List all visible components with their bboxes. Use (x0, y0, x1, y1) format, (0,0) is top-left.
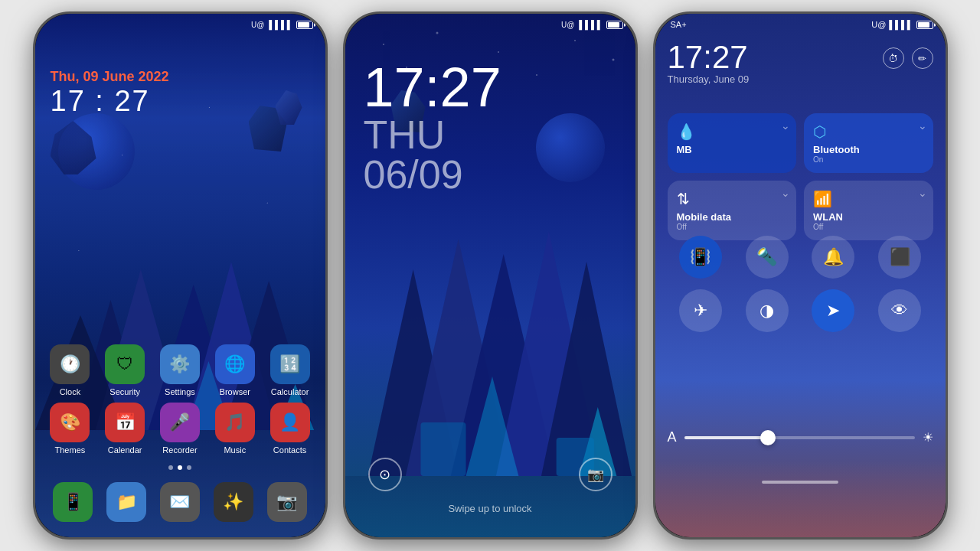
cc-time-block: 17:27 Thursday, June 09 (668, 41, 883, 85)
data-expand-icon: ⌄ (781, 119, 790, 132)
toggle-bluetooth[interactable]: ⬡ Bluetooth On ⌄ (804, 113, 933, 173)
cc-date: Thursday, June 09 (668, 73, 883, 85)
brightness-fill (684, 436, 765, 439)
toggle-row-1: 💧 MB ⌄ ⬡ Bluetooth On ⌄ (668, 113, 933, 173)
swipe-to-unlock[interactable]: Swipe up to unlock (345, 503, 635, 514)
btn-screen-record[interactable]: ⬛ (878, 236, 921, 279)
carrier-label: U@ (251, 21, 264, 29)
cc-clock-icon[interactable]: ⏱ (883, 47, 904, 69)
cc-status-bar: SA+ U@ ▌▌▌▌ (655, 14, 946, 29)
app-dock: 📱 📁 ✉️ ✨ 📷 (35, 482, 325, 522)
app-recorder[interactable]: 🎤 Recorder (155, 403, 204, 455)
swipe-hint-text: Swipe up to unlock (448, 503, 531, 514)
brightness-thumb (760, 430, 776, 445)
toggle-wlan[interactable]: 📶 WLAN Off ⌄ (804, 181, 933, 240)
clock-icon: 🕐 (50, 344, 90, 384)
lock-battery-fill (608, 22, 619, 28)
lock-time-block: 17:27 THU 06/09 (364, 60, 501, 194)
themes-icon: 🎨 (50, 403, 90, 442)
home-date: Thu, 09 June 2022 (51, 69, 169, 85)
cc-sa-label: SA+ (671, 20, 687, 29)
btn-vibrate[interactable]: 📳 (679, 236, 722, 279)
svg-point-21 (612, 59, 614, 61)
brightness-slider-track[interactable] (684, 436, 915, 439)
app-clock[interactable]: 🕐 Clock (45, 344, 94, 396)
lock-signal: ▌▌▌▌ (579, 20, 603, 29)
dock-phone[interactable]: 📱 (53, 482, 93, 522)
mobile-data-expand-icon: ⌄ (781, 187, 790, 199)
cc-header-actions: ⏱ ✏ (883, 47, 933, 69)
dock-extras[interactable]: ✨ (214, 482, 253, 522)
brightness-small-icon: A (668, 429, 677, 445)
lock-mountains (345, 208, 635, 476)
toggle-data[interactable]: 💧 MB ⌄ (668, 113, 797, 173)
dock-files[interactable]: 📁 (106, 482, 146, 522)
dock-camera[interactable]: 📷 (267, 482, 307, 522)
svg-point-17 (383, 44, 384, 45)
app-calendar[interactable]: 📅 Calendar (100, 403, 149, 455)
cc-edit-icon[interactable]: ✏ (912, 47, 933, 69)
btn-flashlight[interactable]: 🔦 (746, 236, 789, 279)
status-bar: U@ ▌▌▌▌ (35, 14, 325, 29)
lock-left-icon[interactable]: ⊙ (368, 458, 402, 491)
page-indicator (35, 465, 325, 470)
home-bar (762, 481, 838, 484)
btn-notification[interactable]: 🔔 (812, 236, 854, 279)
phone-home: U@ ▌▌▌▌ Thu, 09 June 2022 17 : 27 🕐 Cloc… (33, 11, 328, 540)
bluetooth-label: Bluetooth (813, 144, 924, 155)
toggle-mobile-data[interactable]: ⇅ Mobile data Off ⌄ (668, 181, 797, 240)
battery-fill (298, 22, 309, 28)
phone-lock: U@ ▌▌▌▌ 17:27 THU 06/09 Swipe up to unlo… (343, 11, 638, 540)
browser-label: Browser (220, 387, 250, 396)
music-icon: 🎵 (215, 403, 255, 442)
svg-point-19 (498, 51, 499, 53)
dock-messages[interactable]: ✉️ (160, 482, 200, 522)
data-label: MB (677, 144, 788, 155)
themes-label: Themes (55, 445, 86, 455)
btn-contrast[interactable]: ◑ (746, 289, 789, 332)
lock-day: THU (364, 115, 501, 155)
page-dot-3 (187, 465, 191, 470)
app-security[interactable]: 🛡 Security (100, 344, 149, 396)
home-date-time: Thu, 09 June 2022 17 : 27 (51, 69, 169, 118)
lock-time: 17:27 (364, 60, 501, 115)
mobile-data-sub: Off (677, 223, 788, 231)
app-calculator[interactable]: 🔢 Calculator (266, 344, 315, 396)
mobile-data-label: Mobile data (677, 211, 788, 223)
lock-camera-icon[interactable]: 📷 (579, 458, 612, 491)
cc-signal: ▌▌▌▌ (889, 20, 913, 29)
wlan-expand-icon: ⌄ (918, 187, 927, 199)
bluetooth-icon: ⬡ (813, 122, 924, 141)
settings-icon: ⚙️ (160, 344, 200, 384)
bluetooth-sub: On (813, 155, 924, 164)
app-browser[interactable]: 🌐 Browser (211, 344, 260, 396)
btn-airplane[interactable]: ✈ (679, 289, 722, 332)
app-music[interactable]: 🎵 Music (211, 403, 260, 455)
app-row-2: 🎨 Themes 📅 Calendar 🎤 Recorder 🎵 Music 👤 (43, 403, 318, 455)
btn-eye-comfort[interactable]: 👁 (878, 289, 921, 332)
battery-indicator (296, 21, 313, 29)
cc-round-buttons: 📳 🔦 🔔 ⬛ ✈ ◑ ➤ 👁 (668, 236, 933, 343)
round-row-2: ✈ ◑ ➤ 👁 (668, 289, 933, 332)
calculator-icon: 🔢 (270, 344, 310, 384)
btn-location[interactable]: ➤ (812, 289, 854, 332)
signal-icon: ▌▌▌▌ (269, 20, 292, 29)
recorder-label: Recorder (162, 445, 197, 455)
calendar-icon: 📅 (105, 403, 145, 442)
recorder-icon: 🎤 (160, 403, 200, 442)
lock-carrier: U@ (561, 21, 574, 29)
browser-icon: 🌐 (215, 344, 255, 384)
data-icon: 💧 (677, 122, 788, 141)
app-grid: 🕐 Clock 🛡 Security ⚙️ Settings 🌐 Browser… (35, 344, 325, 461)
app-themes[interactable]: 🎨 Themes (45, 403, 94, 455)
page-dot-1 (168, 465, 173, 470)
cc-carrier: U@ (871, 20, 886, 29)
security-label: Security (109, 387, 140, 396)
calendar-label: Calendar (108, 445, 142, 455)
bluetooth-expand-icon: ⌄ (918, 119, 927, 132)
lock-status-bar: U@ ▌▌▌▌ (345, 14, 635, 29)
wlan-sub: Off (813, 223, 924, 231)
app-settings[interactable]: ⚙️ Settings (155, 344, 204, 396)
brightness-control: A ☀ (668, 429, 933, 445)
app-contacts[interactable]: 👤 Contacts (266, 403, 315, 455)
